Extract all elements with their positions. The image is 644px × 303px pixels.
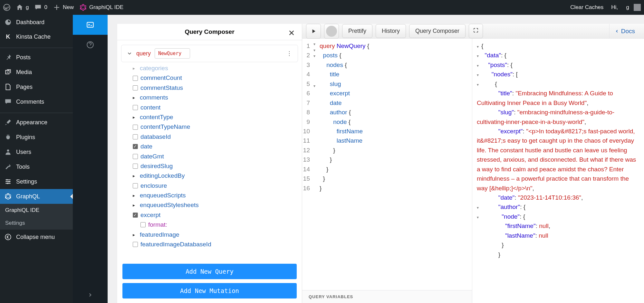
- hi-label: Hi,: [611, 4, 618, 11]
- sidebar-separator: [0, 111, 73, 113]
- account-greeting[interactable]: Hi, g: [611, 4, 641, 11]
- query-kebab-menu[interactable]: ⋯: [286, 51, 293, 57]
- field-label: content: [140, 103, 160, 112]
- field-row-dimmed[interactable]: ▸categories: [133, 63, 295, 73]
- field-row-enclosure[interactable]: enclosure: [133, 181, 295, 191]
- field-row-enqueuedscripts[interactable]: ▸enqueuedScripts: [133, 191, 295, 200]
- field-row-contenttypename[interactable]: contentTypeName: [133, 122, 295, 132]
- add-new-query-button[interactable]: Add New Query: [122, 264, 297, 279]
- checkbox-icon[interactable]: [133, 85, 138, 90]
- field-row-comments[interactable]: ▸comments: [133, 93, 295, 102]
- field-row-featuredimagedatabaseid[interactable]: featuredImageDatabaseId: [133, 240, 295, 249]
- field-row-contenttype[interactable]: ▸contentType: [133, 112, 295, 122]
- checkbox-icon[interactable]: [133, 105, 138, 110]
- field-row-content[interactable]: content: [133, 103, 295, 112]
- field-row-editinglockedby[interactable]: ▸editingLockedBy: [133, 171, 295, 181]
- field-row-enqueuedstylesheets[interactable]: ▸enqueuedStylesheets: [133, 200, 295, 210]
- sidebar-label-users: Users: [16, 149, 31, 156]
- prettify-button[interactable]: Prettify: [342, 24, 372, 38]
- clear-caches[interactable]: Clear Caches: [570, 4, 603, 11]
- composer-close-button[interactable]: [287, 28, 296, 37]
- query-composer-button[interactable]: Query Composer: [409, 24, 466, 38]
- composer-fields-list[interactable]: ▸categoriescommentCountcommentStatus▸com…: [117, 62, 302, 259]
- checkbox-icon[interactable]: [133, 213, 138, 218]
- terminal-icon: [86, 21, 94, 29]
- checkbox-icon[interactable]: [133, 164, 138, 169]
- field-label: editingLockedBy: [140, 171, 185, 181]
- sidebar-item-collapse[interactable]: Collapse menu: [0, 230, 73, 244]
- sidebar-item-graphql[interactable]: GraphQL: [0, 189, 73, 204]
- fold-gutter[interactable]: ▾▾▾ ▾: [312, 39, 317, 290]
- close-icon: [288, 29, 295, 36]
- svg-point-12: [5, 234, 11, 240]
- fullscreen-button[interactable]: [469, 24, 483, 38]
- sidebar-label-collapse: Collapse menu: [16, 234, 55, 241]
- site-home[interactable]: g: [16, 4, 29, 11]
- graphiql-ide-link[interactable]: GraphiQL IDE: [80, 4, 123, 11]
- execute-button[interactable]: [306, 24, 321, 39]
- query-variables-bar[interactable]: QUERY VARIABLES: [302, 290, 472, 303]
- sidebar-label-pages: Pages: [16, 84, 33, 90]
- field-row-commentstatus[interactable]: commentStatus: [133, 83, 295, 93]
- plug-icon: [5, 134, 12, 141]
- sidebar-item-users[interactable]: Users: [0, 145, 73, 159]
- composer-title: Query Composer: [185, 28, 234, 35]
- graphql-icon: [5, 193, 12, 200]
- checkbox-icon[interactable]: [133, 183, 138, 188]
- field-row-featuredimage[interactable]: ▸featuredImage: [133, 230, 295, 240]
- sidebar-item-plugins[interactable]: Plugins: [0, 130, 73, 145]
- composer-query-row[interactable]: query ⋯: [121, 45, 298, 62]
- graphql-icon: [80, 4, 87, 11]
- result-pane[interactable]: ▾ {▾ "data": {▾ "posts": {▾ "nodes": [▾ …: [472, 39, 644, 303]
- query-editor[interactable]: 12345678910111213141516 ▾▾▾ ▾ query NewQ…: [302, 39, 472, 290]
- rail-expand[interactable]: [73, 287, 108, 303]
- graphiql-topbar: Prettify History Query Composer Docs: [302, 24, 644, 39]
- sidebar-item-comments[interactable]: Comments: [0, 94, 73, 109]
- sidebar-item-tools[interactable]: Tools: [0, 159, 73, 174]
- user-avatar-button[interactable]: [324, 24, 339, 39]
- query-name-input[interactable]: [155, 48, 190, 59]
- sidebar-item-pages[interactable]: Pages: [0, 80, 73, 94]
- sidebar-item-posts[interactable]: Posts: [0, 50, 73, 65]
- checkbox-icon[interactable]: [133, 154, 138, 159]
- user-short: g: [626, 4, 629, 11]
- checkbox-icon[interactable]: [133, 76, 138, 81]
- sidebar-item-appearance[interactable]: Appearance: [0, 115, 73, 130]
- add-new-mutation-button[interactable]: Add New Mutation: [122, 283, 297, 298]
- new-content[interactable]: New: [53, 4, 74, 11]
- checkbox-icon[interactable]: [133, 242, 138, 247]
- history-button[interactable]: History: [376, 24, 406, 38]
- site-name: g: [26, 4, 29, 11]
- field-row-excerpt[interactable]: excerpt: [133, 210, 295, 220]
- rail-composer-tab[interactable]: [73, 15, 108, 35]
- brush-icon: [5, 119, 12, 126]
- sidebar-item-settings[interactable]: Settings: [0, 174, 73, 189]
- code-lines[interactable]: query NewQuery { posts { nodes { title s…: [317, 39, 372, 290]
- docs-button[interactable]: Docs: [609, 24, 640, 38]
- field-row-dategmt[interactable]: dateGmt: [133, 152, 295, 161]
- field-row-desiredslug[interactable]: desiredSlug: [133, 161, 295, 171]
- svg-point-5: [80, 8, 81, 9]
- field-row-format[interactable]: format:: [140, 220, 295, 230]
- sidebar-subitem-graphql-settings[interactable]: Settings: [0, 217, 73, 230]
- comments-bubble[interactable]: 0: [34, 4, 47, 11]
- checkbox-icon[interactable]: [133, 144, 138, 149]
- rail-help-tab[interactable]: [73, 35, 108, 55]
- wp-logo[interactable]: [3, 4, 10, 11]
- field-row-commentcount[interactable]: commentCount: [133, 73, 295, 83]
- field-row-date[interactable]: date: [133, 142, 295, 151]
- checkbox-icon[interactable]: [140, 222, 146, 227]
- sidebar-item-dashboard[interactable]: Dashboard: [0, 15, 73, 30]
- field-row-databaseid[interactable]: databaseId: [133, 132, 295, 142]
- sidebar-item-kinsta[interactable]: KKinsta Cache: [0, 30, 73, 44]
- field-label: databaseId: [140, 132, 171, 142]
- svg-point-11: [7, 183, 8, 184]
- field-label: contentType: [140, 112, 173, 122]
- arrow-icon: ▸: [133, 94, 137, 101]
- sidebar-subitem-graphiql-ide[interactable]: GraphiQL IDE: [0, 204, 73, 217]
- checkbox-icon[interactable]: [133, 134, 138, 139]
- sidebar-item-media[interactable]: Media: [0, 65, 73, 80]
- arrow-icon: ▸: [133, 202, 137, 209]
- svg-point-7: [7, 71, 8, 73]
- checkbox-icon[interactable]: [133, 125, 138, 130]
